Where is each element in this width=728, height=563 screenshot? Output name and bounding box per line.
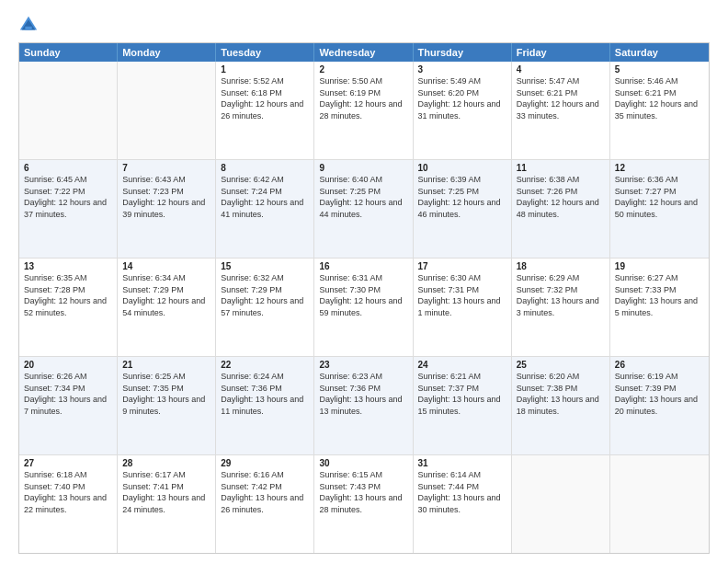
cell-info: Sunrise: 5:49 AM Sunset: 6:20 PM Dayligh… xyxy=(418,75,506,121)
cell-info: Sunrise: 6:31 AM Sunset: 7:30 PM Dayligh… xyxy=(319,272,407,318)
day-number: 3 xyxy=(418,64,506,75)
cell-info: Sunrise: 6:23 AM Sunset: 7:36 PM Dayligh… xyxy=(319,371,407,417)
calendar-cell: 22Sunrise: 6:24 AM Sunset: 7:36 PM Dayli… xyxy=(216,357,314,454)
calendar-cell: 28Sunrise: 6:17 AM Sunset: 7:41 PM Dayli… xyxy=(118,455,216,553)
calendar-cell: 19Sunrise: 6:27 AM Sunset: 7:33 PM Dayli… xyxy=(610,259,709,356)
day-number: 27 xyxy=(24,458,112,468)
calendar-cell xyxy=(118,62,216,159)
calendar-cell: 15Sunrise: 6:32 AM Sunset: 7:29 PM Dayli… xyxy=(216,259,314,356)
header-day-thursday: Thursday xyxy=(414,43,512,62)
day-number: 6 xyxy=(24,163,112,173)
day-number: 18 xyxy=(517,261,605,271)
calendar-week-3: 13Sunrise: 6:35 AM Sunset: 7:28 PM Dayli… xyxy=(19,259,709,357)
day-number: 5 xyxy=(615,64,704,75)
calendar-cell: 5Sunrise: 5:46 AM Sunset: 6:21 PM Daylig… xyxy=(610,62,709,159)
calendar-cell: 4Sunrise: 5:47 AM Sunset: 6:21 PM Daylig… xyxy=(512,62,610,159)
day-number: 19 xyxy=(615,261,704,271)
calendar-cell: 8Sunrise: 6:42 AM Sunset: 7:24 PM Daylig… xyxy=(216,160,314,258)
day-number: 9 xyxy=(319,163,407,173)
day-number: 21 xyxy=(122,360,210,370)
calendar-cell: 24Sunrise: 6:21 AM Sunset: 7:37 PM Dayli… xyxy=(414,357,512,454)
day-number: 12 xyxy=(615,163,704,173)
cell-info: Sunrise: 6:43 AM Sunset: 7:23 PM Dayligh… xyxy=(122,174,210,220)
header-day-saturday: Saturday xyxy=(610,43,709,62)
day-number: 14 xyxy=(122,261,210,271)
calendar-cell: 9Sunrise: 6:40 AM Sunset: 7:25 PM Daylig… xyxy=(314,160,413,258)
calendar-cell: 11Sunrise: 6:38 AM Sunset: 7:26 PM Dayli… xyxy=(512,160,610,258)
cell-info: Sunrise: 6:17 AM Sunset: 7:41 PM Dayligh… xyxy=(122,469,210,515)
cell-info: Sunrise: 6:26 AM Sunset: 7:34 PM Dayligh… xyxy=(24,371,112,417)
calendar-cell: 2Sunrise: 5:50 AM Sunset: 6:19 PM Daylig… xyxy=(314,62,413,159)
day-number: 8 xyxy=(221,163,309,173)
calendar-cell: 18Sunrise: 6:29 AM Sunset: 7:32 PM Dayli… xyxy=(512,259,610,356)
day-number: 2 xyxy=(319,64,407,75)
svg-rect-2 xyxy=(25,27,31,30)
day-number: 23 xyxy=(319,360,407,370)
cell-info: Sunrise: 6:36 AM Sunset: 7:27 PM Dayligh… xyxy=(615,174,704,220)
cell-info: Sunrise: 6:18 AM Sunset: 7:40 PM Dayligh… xyxy=(24,469,112,515)
day-number: 11 xyxy=(517,163,605,173)
calendar-cell: 20Sunrise: 6:26 AM Sunset: 7:34 PM Dayli… xyxy=(19,357,118,454)
day-number: 13 xyxy=(24,261,112,271)
calendar-cell: 26Sunrise: 6:19 AM Sunset: 7:39 PM Dayli… xyxy=(610,357,709,454)
cell-info: Sunrise: 6:39 AM Sunset: 7:25 PM Dayligh… xyxy=(418,174,506,220)
calendar-week-2: 6Sunrise: 6:45 AM Sunset: 7:22 PM Daylig… xyxy=(19,160,709,259)
calendar-cell: 25Sunrise: 6:20 AM Sunset: 7:38 PM Dayli… xyxy=(512,357,610,454)
day-number: 15 xyxy=(221,261,309,271)
day-number: 30 xyxy=(319,458,407,468)
calendar-cell: 6Sunrise: 6:45 AM Sunset: 7:22 PM Daylig… xyxy=(19,160,118,258)
cell-info: Sunrise: 6:38 AM Sunset: 7:26 PM Dayligh… xyxy=(517,174,605,220)
calendar-cell: 27Sunrise: 6:18 AM Sunset: 7:40 PM Dayli… xyxy=(19,455,118,553)
logo xyxy=(18,15,42,35)
day-number: 10 xyxy=(418,163,506,173)
cell-info: Sunrise: 6:15 AM Sunset: 7:43 PM Dayligh… xyxy=(319,469,407,515)
calendar-cell: 3Sunrise: 5:49 AM Sunset: 6:20 PM Daylig… xyxy=(414,62,512,159)
cell-info: Sunrise: 6:19 AM Sunset: 7:39 PM Dayligh… xyxy=(615,371,704,417)
cell-info: Sunrise: 6:30 AM Sunset: 7:31 PM Dayligh… xyxy=(418,272,506,318)
header-day-friday: Friday xyxy=(512,43,610,62)
day-number: 31 xyxy=(418,458,506,468)
logo-icon xyxy=(18,15,39,35)
cell-info: Sunrise: 6:35 AM Sunset: 7:28 PM Dayligh… xyxy=(24,272,112,318)
day-number: 7 xyxy=(122,163,210,173)
calendar-cell: 21Sunrise: 6:25 AM Sunset: 7:35 PM Dayli… xyxy=(118,357,216,454)
calendar-week-4: 20Sunrise: 6:26 AM Sunset: 7:34 PM Dayli… xyxy=(19,357,709,455)
header-day-sunday: Sunday xyxy=(19,43,118,62)
header-day-monday: Monday xyxy=(118,43,216,62)
day-number: 24 xyxy=(418,360,506,370)
day-number: 26 xyxy=(615,360,704,370)
day-number: 16 xyxy=(319,261,407,271)
cell-info: Sunrise: 5:46 AM Sunset: 6:21 PM Dayligh… xyxy=(615,75,704,121)
calendar-cell: 14Sunrise: 6:34 AM Sunset: 7:29 PM Dayli… xyxy=(118,259,216,356)
cell-info: Sunrise: 6:40 AM Sunset: 7:25 PM Dayligh… xyxy=(319,174,407,220)
calendar-cell: 29Sunrise: 6:16 AM Sunset: 7:42 PM Dayli… xyxy=(216,455,314,553)
calendar-cell: 23Sunrise: 6:23 AM Sunset: 7:36 PM Dayli… xyxy=(314,357,413,454)
calendar-cell: 13Sunrise: 6:35 AM Sunset: 7:28 PM Dayli… xyxy=(19,259,118,356)
page: SundayMondayTuesdayWednesdayThursdayFrid… xyxy=(0,0,728,563)
cell-info: Sunrise: 6:34 AM Sunset: 7:29 PM Dayligh… xyxy=(122,272,210,318)
calendar-body: 1Sunrise: 5:52 AM Sunset: 6:18 PM Daylig… xyxy=(19,62,709,553)
calendar-week-5: 27Sunrise: 6:18 AM Sunset: 7:40 PM Dayli… xyxy=(19,455,709,553)
calendar-cell: 10Sunrise: 6:39 AM Sunset: 7:25 PM Dayli… xyxy=(414,160,512,258)
calendar-header: SundayMondayTuesdayWednesdayThursdayFrid… xyxy=(19,43,709,62)
header-day-tuesday: Tuesday xyxy=(216,43,314,62)
cell-info: Sunrise: 6:24 AM Sunset: 7:36 PM Dayligh… xyxy=(221,371,309,417)
calendar: SundayMondayTuesdayWednesdayThursdayFrid… xyxy=(18,42,710,554)
cell-info: Sunrise: 6:29 AM Sunset: 7:32 PM Dayligh… xyxy=(517,272,605,318)
cell-info: Sunrise: 6:25 AM Sunset: 7:35 PM Dayligh… xyxy=(122,371,210,417)
cell-info: Sunrise: 6:14 AM Sunset: 7:44 PM Dayligh… xyxy=(418,469,506,515)
calendar-cell: 1Sunrise: 5:52 AM Sunset: 6:18 PM Daylig… xyxy=(216,62,314,159)
cell-info: Sunrise: 6:21 AM Sunset: 7:37 PM Dayligh… xyxy=(418,371,506,417)
cell-info: Sunrise: 5:50 AM Sunset: 6:19 PM Dayligh… xyxy=(319,75,407,121)
calendar-cell: 17Sunrise: 6:30 AM Sunset: 7:31 PM Dayli… xyxy=(414,259,512,356)
cell-info: Sunrise: 6:32 AM Sunset: 7:29 PM Dayligh… xyxy=(221,272,309,318)
cell-info: Sunrise: 5:47 AM Sunset: 6:21 PM Dayligh… xyxy=(517,75,605,121)
day-number: 1 xyxy=(221,64,309,75)
cell-info: Sunrise: 6:45 AM Sunset: 7:22 PM Dayligh… xyxy=(24,174,112,220)
cell-info: Sunrise: 6:16 AM Sunset: 7:42 PM Dayligh… xyxy=(221,469,309,515)
day-number: 22 xyxy=(221,360,309,370)
day-number: 29 xyxy=(221,458,309,468)
calendar-cell xyxy=(512,455,610,553)
calendar-cell: 7Sunrise: 6:43 AM Sunset: 7:23 PM Daylig… xyxy=(118,160,216,258)
cell-info: Sunrise: 6:20 AM Sunset: 7:38 PM Dayligh… xyxy=(517,371,605,417)
